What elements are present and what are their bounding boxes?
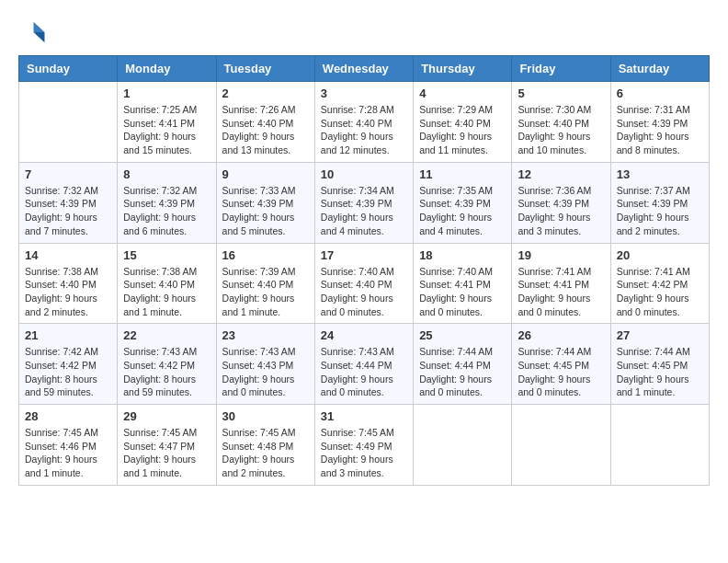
day-info: Sunrise: 7:41 AMSunset: 4:41 PMDaylight:… bbox=[518, 265, 604, 319]
svg-marker-1 bbox=[34, 32, 45, 42]
logo bbox=[18, 18, 50, 46]
day-number: 3 bbox=[321, 86, 407, 100]
calendar-cell: 21Sunrise: 7:42 AMSunset: 4:42 PMDayligh… bbox=[19, 324, 118, 405]
day-number: 16 bbox=[222, 248, 309, 262]
day-info: Sunrise: 7:34 AMSunset: 4:39 PMDaylight:… bbox=[321, 184, 407, 238]
day-info: Sunrise: 7:28 AMSunset: 4:40 PMDaylight:… bbox=[321, 103, 407, 157]
day-number: 8 bbox=[123, 167, 210, 181]
day-number: 24 bbox=[321, 328, 407, 342]
calendar-cell: 7Sunrise: 7:32 AMSunset: 4:39 PMDaylight… bbox=[19, 162, 118, 243]
day-number: 4 bbox=[419, 86, 506, 100]
calendar-cell: 30Sunrise: 7:45 AMSunset: 4:48 PMDayligh… bbox=[216, 405, 314, 486]
day-info: Sunrise: 7:32 AMSunset: 4:39 PMDaylight:… bbox=[123, 184, 210, 238]
day-info: Sunrise: 7:39 AMSunset: 4:40 PMDaylight:… bbox=[222, 265, 309, 319]
calendar-cell: 2Sunrise: 7:26 AMSunset: 4:40 PMDaylight… bbox=[216, 82, 314, 163]
calendar-cell: 27Sunrise: 7:44 AMSunset: 4:45 PMDayligh… bbox=[610, 324, 709, 405]
day-number: 21 bbox=[25, 328, 111, 342]
day-number: 10 bbox=[321, 167, 407, 181]
day-info: Sunrise: 7:45 AMSunset: 4:49 PMDaylight:… bbox=[321, 426, 407, 480]
calendar-cell: 11Sunrise: 7:35 AMSunset: 4:39 PMDayligh… bbox=[414, 162, 512, 243]
calendar-cell: 28Sunrise: 7:45 AMSunset: 4:46 PMDayligh… bbox=[19, 405, 118, 486]
calendar-cell: 3Sunrise: 7:28 AMSunset: 4:40 PMDaylight… bbox=[314, 82, 413, 163]
day-number: 12 bbox=[518, 167, 604, 181]
day-info: Sunrise: 7:44 AMSunset: 4:44 PMDaylight:… bbox=[419, 345, 506, 399]
day-number: 25 bbox=[419, 328, 506, 342]
day-info: Sunrise: 7:36 AMSunset: 4:39 PMDaylight:… bbox=[518, 184, 604, 238]
calendar-cell: 13Sunrise: 7:37 AMSunset: 4:39 PMDayligh… bbox=[610, 162, 709, 243]
weekday-header-tuesday: Tuesday bbox=[216, 56, 314, 82]
day-number: 17 bbox=[321, 248, 407, 262]
day-info: Sunrise: 7:40 AMSunset: 4:41 PMDaylight:… bbox=[419, 265, 506, 319]
calendar-cell: 1Sunrise: 7:25 AMSunset: 4:41 PMDaylight… bbox=[118, 82, 216, 163]
day-number: 1 bbox=[123, 86, 210, 100]
day-number: 28 bbox=[25, 409, 111, 423]
weekday-header-thursday: Thursday bbox=[414, 56, 512, 82]
day-info: Sunrise: 7:30 AMSunset: 4:40 PMDaylight:… bbox=[518, 103, 604, 157]
day-number: 14 bbox=[25, 248, 111, 262]
calendar-cell bbox=[414, 405, 512, 486]
day-info: Sunrise: 7:26 AMSunset: 4:40 PMDaylight:… bbox=[222, 103, 309, 157]
calendar-cell: 22Sunrise: 7:43 AMSunset: 4:42 PMDayligh… bbox=[118, 324, 216, 405]
day-info: Sunrise: 7:29 AMSunset: 4:40 PMDaylight:… bbox=[419, 103, 506, 157]
day-info: Sunrise: 7:32 AMSunset: 4:39 PMDaylight:… bbox=[25, 184, 111, 238]
day-number: 5 bbox=[518, 86, 604, 100]
calendar-cell: 26Sunrise: 7:44 AMSunset: 4:45 PMDayligh… bbox=[512, 324, 610, 405]
day-number: 2 bbox=[222, 86, 309, 100]
calendar-cell: 16Sunrise: 7:39 AMSunset: 4:40 PMDayligh… bbox=[216, 243, 314, 324]
day-info: Sunrise: 7:33 AMSunset: 4:39 PMDaylight:… bbox=[222, 184, 309, 238]
day-info: Sunrise: 7:38 AMSunset: 4:40 PMDaylight:… bbox=[123, 265, 210, 319]
day-info: Sunrise: 7:44 AMSunset: 4:45 PMDaylight:… bbox=[518, 345, 604, 399]
day-info: Sunrise: 7:45 AMSunset: 4:47 PMDaylight:… bbox=[123, 426, 210, 480]
day-number: 15 bbox=[123, 248, 210, 262]
day-number: 27 bbox=[617, 328, 703, 342]
day-number: 7 bbox=[25, 167, 111, 181]
calendar-cell: 29Sunrise: 7:45 AMSunset: 4:47 PMDayligh… bbox=[118, 405, 216, 486]
calendar-cell: 10Sunrise: 7:34 AMSunset: 4:39 PMDayligh… bbox=[314, 162, 413, 243]
calendar-cell: 6Sunrise: 7:31 AMSunset: 4:39 PMDaylight… bbox=[610, 82, 709, 163]
calendar-cell bbox=[512, 405, 610, 486]
calendar-cell: 20Sunrise: 7:41 AMSunset: 4:42 PMDayligh… bbox=[610, 243, 709, 324]
weekday-header-monday: Monday bbox=[118, 56, 216, 82]
logo-icon bbox=[18, 18, 46, 46]
svg-marker-0 bbox=[34, 22, 45, 32]
calendar-cell: 9Sunrise: 7:33 AMSunset: 4:39 PMDaylight… bbox=[216, 162, 314, 243]
calendar-cell: 12Sunrise: 7:36 AMSunset: 4:39 PMDayligh… bbox=[512, 162, 610, 243]
day-number: 19 bbox=[518, 248, 604, 262]
day-number: 30 bbox=[222, 409, 309, 423]
day-number: 31 bbox=[321, 409, 407, 423]
calendar-cell: 4Sunrise: 7:29 AMSunset: 4:40 PMDaylight… bbox=[414, 82, 512, 163]
calendar-cell: 18Sunrise: 7:40 AMSunset: 4:41 PMDayligh… bbox=[414, 243, 512, 324]
calendar-cell: 15Sunrise: 7:38 AMSunset: 4:40 PMDayligh… bbox=[118, 243, 216, 324]
calendar-cell: 23Sunrise: 7:43 AMSunset: 4:43 PMDayligh… bbox=[216, 324, 314, 405]
day-number: 11 bbox=[419, 167, 506, 181]
calendar-cell: 19Sunrise: 7:41 AMSunset: 4:41 PMDayligh… bbox=[512, 243, 610, 324]
week-row-5: 28Sunrise: 7:45 AMSunset: 4:46 PMDayligh… bbox=[19, 405, 710, 486]
day-number: 18 bbox=[419, 248, 506, 262]
day-info: Sunrise: 7:31 AMSunset: 4:39 PMDaylight:… bbox=[617, 103, 703, 157]
week-row-4: 21Sunrise: 7:42 AMSunset: 4:42 PMDayligh… bbox=[19, 324, 710, 405]
page-header bbox=[18, 18, 710, 46]
day-number: 23 bbox=[222, 328, 309, 342]
day-number: 6 bbox=[617, 86, 703, 100]
calendar-cell bbox=[19, 82, 118, 163]
week-row-2: 7Sunrise: 7:32 AMSunset: 4:39 PMDaylight… bbox=[19, 162, 710, 243]
day-info: Sunrise: 7:25 AMSunset: 4:41 PMDaylight:… bbox=[123, 103, 210, 157]
day-number: 26 bbox=[518, 328, 604, 342]
calendar-cell: 25Sunrise: 7:44 AMSunset: 4:44 PMDayligh… bbox=[414, 324, 512, 405]
day-number: 13 bbox=[617, 167, 703, 181]
weekday-header-row: SundayMondayTuesdayWednesdayThursdayFrid… bbox=[19, 56, 710, 82]
week-row-1: 1Sunrise: 7:25 AMSunset: 4:41 PMDaylight… bbox=[19, 82, 710, 163]
day-number: 22 bbox=[123, 328, 210, 342]
day-info: Sunrise: 7:45 AMSunset: 4:46 PMDaylight:… bbox=[25, 426, 111, 480]
weekday-header-friday: Friday bbox=[512, 56, 610, 82]
day-number: 20 bbox=[617, 248, 703, 262]
day-info: Sunrise: 7:43 AMSunset: 4:43 PMDaylight:… bbox=[222, 345, 309, 399]
calendar-cell: 8Sunrise: 7:32 AMSunset: 4:39 PMDaylight… bbox=[118, 162, 216, 243]
calendar-cell: 17Sunrise: 7:40 AMSunset: 4:40 PMDayligh… bbox=[314, 243, 413, 324]
day-info: Sunrise: 7:42 AMSunset: 4:42 PMDaylight:… bbox=[25, 345, 111, 399]
week-row-3: 14Sunrise: 7:38 AMSunset: 4:40 PMDayligh… bbox=[19, 243, 710, 324]
calendar-cell: 14Sunrise: 7:38 AMSunset: 4:40 PMDayligh… bbox=[19, 243, 118, 324]
weekday-header-wednesday: Wednesday bbox=[314, 56, 413, 82]
weekday-header-sunday: Sunday bbox=[19, 56, 118, 82]
day-info: Sunrise: 7:45 AMSunset: 4:48 PMDaylight:… bbox=[222, 426, 309, 480]
